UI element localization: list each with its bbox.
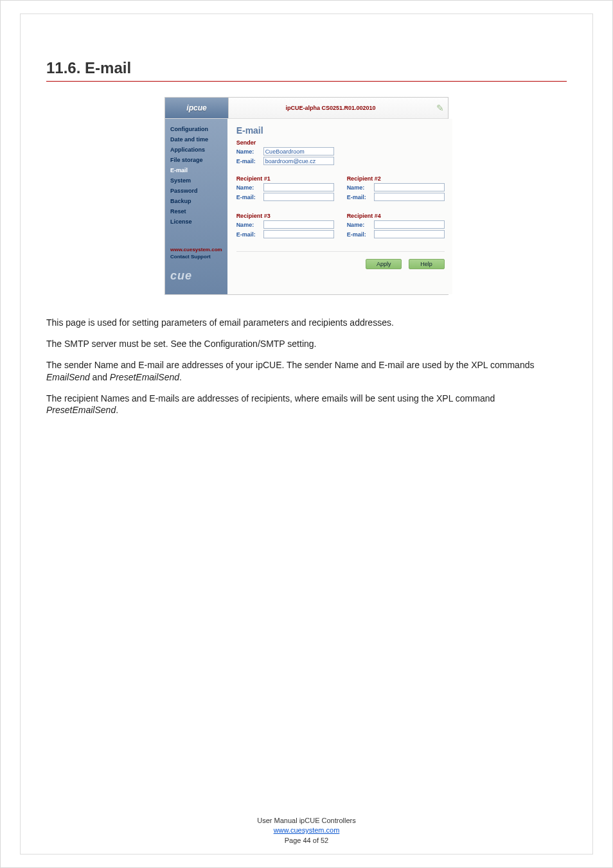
apply-button[interactable]: Apply	[366, 259, 402, 269]
recipient4-email-input[interactable]	[374, 230, 445, 238]
screenshot-panel: ipcue ipCUE-alpha CS0251.R01.002010 ✎ Co…	[164, 97, 449, 295]
sidebar-item-date-and-time[interactable]: Date and time	[165, 134, 227, 145]
sidebar-item-password[interactable]: Password	[165, 186, 227, 196]
sidebar-item-backup[interactable]: Backup	[165, 196, 227, 206]
recipient4-name-label: Name:	[347, 222, 374, 228]
recipient3-email-label: E-mail:	[236, 231, 263, 238]
recipient4-name-input[interactable]	[374, 220, 445, 229]
sidebar: Configuration Date and time Applications…	[165, 119, 227, 294]
help-button[interactable]: Help	[409, 259, 445, 269]
paragraph-3-em-b: EmailSend	[46, 372, 90, 382]
recipient2-heading: Recipient #2	[347, 175, 445, 182]
sidebar-item-applications[interactable]: Applications	[165, 145, 227, 155]
footer-line1: User Manual ipCUE Controllers	[1, 816, 612, 826]
recipient3-heading: Recipient #3	[236, 213, 334, 219]
sidebar-item-configuration[interactable]: Configuration	[165, 124, 227, 134]
recipient2-name-input[interactable]	[374, 183, 445, 191]
recipient1-name-input[interactable]	[263, 183, 334, 191]
paragraph-4-text-c: .	[116, 405, 118, 415]
paragraph-2: The SMTP server must be set. See the Con…	[46, 338, 567, 350]
sidebar-item-license[interactable]: License	[165, 217, 227, 227]
paragraph-3-text-c: and	[90, 372, 110, 382]
recipient4-email-label: E-mail:	[347, 231, 374, 238]
recipient2-email-label: E-mail:	[347, 194, 374, 200]
recipient3-email-input[interactable]	[263, 230, 334, 238]
paragraph-3-em-d: PresetEmailSend	[110, 372, 179, 382]
paragraph-4-em-b: PresetEmailSend	[46, 405, 116, 415]
sidebar-link-support[interactable]: Contact Support	[165, 253, 227, 260]
sender-email-input[interactable]	[263, 157, 334, 165]
paragraph-4-text-a: The recipient Names and E-mails are addr…	[46, 393, 495, 403]
sidebar-item-file-storage[interactable]: File storage	[165, 155, 227, 165]
paragraph-1: This page is used for setting parameters…	[46, 317, 567, 329]
sender-heading: Sender	[236, 139, 445, 146]
sender-name-input[interactable]	[263, 147, 334, 155]
sender-email-label: E-mail:	[236, 158, 263, 164]
paragraph-4: The recipient Names and E-mails are addr…	[46, 393, 567, 417]
recipient3-name-label: Name:	[236, 222, 263, 228]
page-footer: User Manual ipCUE Controllers www.cuesys…	[1, 816, 612, 846]
app-logo: ipcue	[165, 98, 229, 118]
footer-page-number: Page 44 of 52	[1, 836, 612, 846]
recipient2-name-label: Name:	[347, 184, 374, 191]
recipient4-heading: Recipient #4	[347, 213, 445, 219]
recipient1-email-input[interactable]	[263, 193, 334, 201]
recipient2-email-input[interactable]	[374, 193, 445, 201]
paragraph-3: The sender Name and E-mail are addresses…	[46, 359, 567, 384]
sidebar-item-email[interactable]: E-mail	[165, 165, 227, 175]
title-divider	[46, 81, 567, 82]
lock-icon: ✎	[432, 103, 448, 113]
footer-link[interactable]: www.cuesystem.com	[274, 826, 340, 834]
sidebar-item-reset[interactable]: Reset	[165, 206, 227, 217]
recipient3-name-input[interactable]	[263, 220, 334, 229]
paragraph-3-text-e: .	[179, 372, 182, 382]
page-title: 11.6. E-mail	[46, 59, 567, 77]
content-panel: E-mail Sender Name: E-mail: Recip	[227, 119, 452, 294]
app-logo-text: ipcue	[186, 103, 206, 112]
content-title: E-mail	[236, 125, 445, 136]
screenshot-header: ipcue ipCUE-alpha CS0251.R01.002010 ✎	[165, 98, 448, 119]
sidebar-link-website[interactable]: www.cuesystem.com	[165, 246, 227, 253]
recipient1-name-label: Name:	[236, 184, 263, 191]
recipient1-heading: Recipient #1	[236, 175, 334, 182]
sidebar-item-system[interactable]: System	[165, 175, 227, 186]
sender-name-label: Name:	[236, 148, 263, 155]
breadcrumb: ipCUE-alpha CS0251.R01.002010	[229, 105, 432, 111]
paragraph-3-text-a: The sender Name and E-mail are addresses…	[46, 360, 534, 370]
recipient1-email-label: E-mail:	[236, 194, 263, 200]
sidebar-brand: cue	[165, 260, 227, 288]
